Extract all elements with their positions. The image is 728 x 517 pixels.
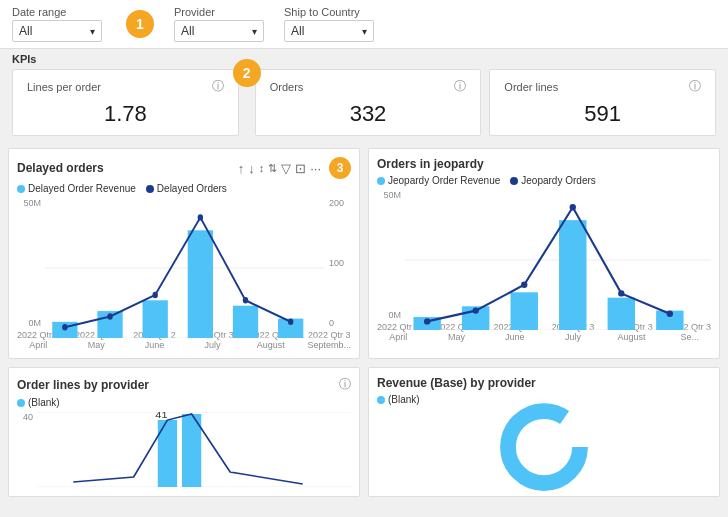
delayed-orders-svg	[45, 198, 325, 338]
point-3	[198, 214, 203, 220]
bottom-charts-row: Order lines by provider ⓘ (Blank) 40	[0, 359, 728, 505]
order-lines-provider-header: Order lines by provider ⓘ	[17, 376, 351, 393]
order-lines-info-icon[interactable]: ⓘ	[339, 376, 351, 393]
kpi-card-header-1: Orders ⓘ	[270, 78, 467, 95]
order-lines-legend: (Blank)	[17, 397, 351, 408]
jeopardy-y-left-50m: 50M	[377, 190, 401, 200]
legend-label-revenue: Delayed Order Revenue	[28, 183, 136, 194]
svg-point-11	[473, 307, 479, 313]
svg-rect-6	[511, 292, 538, 330]
y-axis-left: 50M 0M	[17, 198, 45, 328]
svg-text:41: 41	[155, 412, 168, 420]
y-right-0: 0	[329, 318, 351, 328]
expand-icon[interactable]: ⊡	[295, 161, 306, 176]
point-5	[288, 319, 293, 325]
revenue-provider-panel: Revenue (Base) by provider (Blank)	[368, 367, 720, 497]
kpi-title-1: Orders	[270, 81, 304, 93]
legend-jeopardy-orders: Jeopardy Orders	[510, 175, 595, 186]
order-lines-chart: 41 46	[37, 412, 351, 487]
y-40: 40	[17, 412, 33, 422]
kpi-value-1: 332	[270, 101, 467, 127]
date-range-chevron	[90, 24, 95, 38]
legend-label-jeopardy-revenue: Jeopardy Order Revenue	[388, 175, 500, 186]
kpi-info-icon-0[interactable]: ⓘ	[212, 78, 224, 95]
sort-desc-icon[interactable]: ↓	[248, 161, 255, 176]
point-4	[243, 297, 248, 303]
svg-rect-8	[608, 298, 635, 330]
legend-label-blank-1: (Blank)	[388, 394, 420, 405]
y-axis-right: 200 100 0	[325, 198, 351, 328]
revenue-provider-header: Revenue (Base) by provider	[377, 376, 711, 390]
ship-to-country-select[interactable]: All	[284, 20, 374, 42]
order-lines-provider-panel: Order lines by provider ⓘ (Blank) 40	[8, 367, 360, 497]
kpi-cards-container: Lines per order ⓘ 1.78 2 Orders ⓘ 332 Or…	[12, 69, 716, 136]
revenue-provider-title: Revenue (Base) by provider	[377, 376, 536, 390]
order-lines-svg: 41 46	[37, 412, 351, 487]
bar-2	[143, 300, 168, 338]
delayed-orders-legend: Delayed Order Revenue Delayed Orders	[17, 183, 351, 194]
provider-value: All	[181, 24, 194, 38]
sort-both-icon[interactable]: ↕	[259, 162, 265, 174]
bar-3	[188, 230, 213, 338]
provider-label: Provider	[174, 6, 264, 18]
svg-rect-7	[559, 220, 586, 330]
legend-label-jeopardy-orders: Jeopardy Orders	[521, 175, 595, 186]
kpi-card-header-2: Order lines ⓘ	[504, 78, 701, 95]
kpi-card-header-0: Lines per order ⓘ	[27, 78, 224, 95]
jeopardy-orders-chart-container: 50M 0M	[377, 190, 711, 320]
order-lines-y-axis: 40	[17, 412, 37, 487]
delayed-orders-title: Delayed orders	[17, 161, 104, 175]
svg-point-15	[667, 311, 673, 317]
jeopardy-orders-panel: Orders in jeopardy Jeopardy Order Revenu…	[368, 148, 720, 359]
provider-chevron	[252, 24, 257, 38]
kpi-info-icon-2[interactable]: ⓘ	[689, 78, 701, 95]
legend-dot-jeopardy-orders	[510, 177, 518, 185]
kpi-value-2: 591	[504, 101, 701, 127]
legend-delayed-orders: Delayed Orders	[146, 183, 227, 194]
sort-asc-icon[interactable]: ↑	[238, 161, 245, 176]
provider-select[interactable]: All	[174, 20, 264, 42]
ship-to-country-label: Ship to Country	[284, 6, 374, 18]
provider-filter: Provider All	[174, 6, 264, 42]
kpi-value-0: 1.78	[27, 101, 224, 127]
kpis-label: KPIs	[12, 53, 716, 65]
order-lines-provider-title: Order lines by provider	[17, 378, 149, 392]
svg-point-13	[570, 204, 576, 210]
point-0	[62, 324, 67, 330]
date-range-select[interactable]: All	[12, 20, 102, 42]
delayed-orders-chart-container: 50M 0M	[17, 198, 351, 328]
svg-point-14	[618, 290, 624, 296]
date-range-value: All	[19, 24, 32, 38]
legend-dot-orders	[146, 185, 154, 193]
jeopardy-chart	[405, 190, 711, 330]
delayed-orders-toolbar: ↑ ↓ ↕ ⇅ ▽ ⊡ ··· 3	[238, 157, 351, 179]
hierarchy-icon[interactable]: ⇅	[268, 162, 277, 175]
kpi-info-icon-1[interactable]: ⓘ	[454, 78, 466, 95]
jeopardy-y-axis-left: 50M 0M	[377, 190, 405, 320]
legend-revenue-blank: (Blank)	[377, 394, 420, 405]
legend-order-lines-blank: (Blank)	[17, 397, 60, 408]
order-lines-chart-container: 40 41 46	[17, 412, 351, 487]
legend-dot-blank-1	[377, 396, 385, 404]
filter-bar: Date range All 1 Provider All Ship to Co…	[0, 0, 728, 49]
more-icon[interactable]: ···	[310, 161, 321, 176]
y-left-50m: 50M	[17, 198, 41, 208]
y-right-100: 100	[329, 258, 351, 268]
delayed-orders-header: Delayed orders ↑ ↓ ↕ ⇅ ▽ ⊡ ··· 3	[17, 157, 351, 179]
legend-dot-revenue	[17, 185, 25, 193]
kpi-card-orders: Orders ⓘ 332	[255, 69, 482, 136]
kpis-section: KPIs Lines per order ⓘ 1.78 2 Orders ⓘ 3…	[0, 49, 728, 140]
legend-delayed-revenue: Delayed Order Revenue	[17, 183, 136, 194]
svg-point-10	[424, 318, 430, 324]
filter-icon[interactable]: ▽	[281, 161, 291, 176]
kpi-card-lines-per-order: Lines per order ⓘ 1.78	[12, 69, 239, 136]
date-range-label: Date range	[12, 6, 102, 18]
point-2	[152, 292, 157, 298]
jeopardy-y-left-0m: 0M	[377, 310, 401, 320]
y-left-0m: 0M	[17, 318, 41, 328]
kpi-title-0: Lines per order	[27, 81, 101, 93]
kpi-title-2: Order lines	[504, 81, 558, 93]
svg-point-12	[521, 282, 527, 288]
ship-to-country-chevron	[362, 24, 367, 38]
ship-to-country-value: All	[291, 24, 304, 38]
